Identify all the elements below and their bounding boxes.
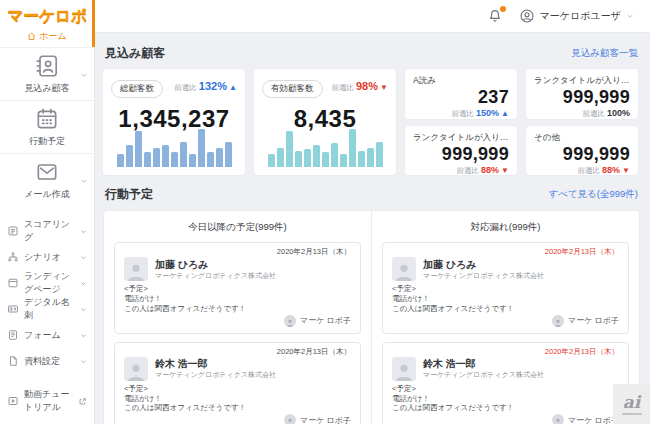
user-avatar-icon: [519, 8, 535, 24]
contact-company: マーケティングロボティクス株式会社: [423, 370, 544, 379]
chart-bar: [225, 142, 232, 167]
metric-title: ランクタイトルが入り…: [413, 132, 509, 144]
app-window: マーケロボ ホーム 見込み顧客: [0, 0, 650, 424]
chart-bar: [295, 151, 302, 167]
chevron-down-icon: [80, 254, 87, 261]
sidebar-item-label: ランディングページ: [24, 270, 75, 296]
business-card-icon: [7, 303, 19, 315]
schedule-card[interactable]: 2020年2月13日（木） 加藤 ひろみ マーケティングロボティクス株式会社 <…: [114, 242, 361, 334]
site-watermark: ai: [613, 384, 650, 424]
assignee: マーケ ロボ子: [392, 315, 619, 327]
card-date: 2020年2月13日（木）: [392, 348, 619, 356]
metric-card-total-customers: 総顧客数 前週比132% ▲ 1,345,237: [103, 69, 245, 175]
trend-down-icon: ▼: [501, 166, 509, 175]
chart-bar: [331, 143, 338, 167]
contact-avatar-icon: [124, 357, 148, 381]
sidebar-footer: 動画チュートリアル: [0, 388, 94, 414]
comparison: 前週比88% ▼: [413, 165, 509, 176]
card-notes: <予定> 電話がけ！ この人は関西オフィスだそうです！: [124, 284, 351, 313]
metric-value: 237: [413, 87, 509, 108]
app-logo[interactable]: マーケロボ: [0, 6, 94, 27]
assignee-name: マーケ ロボ子: [300, 315, 351, 326]
chart-bar: [153, 148, 160, 167]
video-icon: [7, 395, 19, 407]
sidebar-item-digital-card[interactable]: デジタル名刺: [0, 296, 94, 322]
metric-card-a-rank: A読み 237 前週比150% ▲: [405, 69, 517, 119]
chevron-down-icon: [80, 228, 87, 235]
assignee: マーケ ロボ子: [392, 414, 619, 424]
prospects-section-header: 見込み顧客 見込み顧客一覧: [105, 45, 638, 62]
assignee-avatar-icon: [284, 414, 296, 424]
schedule-card[interactable]: 2020年2月13日（木） 加藤 ひろみ マーケティングロボティクス株式会社 <…: [382, 242, 629, 334]
user-menu[interactable]: マーケロボユーザ: [519, 8, 634, 24]
top-header: マーケロボユーザ: [95, 0, 650, 33]
assignee: マーケ ロボ子: [124, 315, 351, 327]
metric-title: ランクタイトルが入り…: [534, 75, 630, 87]
metric-title: その他: [534, 132, 630, 144]
card-date: 2020年2月13日（木）: [124, 248, 351, 256]
sidebar-item-home[interactable]: ホーム: [0, 30, 94, 43]
comparison: 前週比98% ▼: [331, 80, 388, 93]
schedule-column-upcoming: 今日以降の予定(999件) 2020年2月13日（木） 加藤 ひろみ マーケティ…: [104, 211, 371, 424]
sidebar-item-label: シナリオ: [24, 251, 61, 264]
sidebar-item-form[interactable]: フォーム: [0, 322, 94, 348]
chart-bar: [367, 148, 374, 167]
schedule-section-header: 行動予定 すべて見る(全999件): [105, 186, 638, 203]
schedule-panel: 今日以降の予定(999件) 2020年2月13日（木） 加藤 ひろみ マーケティ…: [103, 210, 640, 424]
sidebar-item-video-tutorial[interactable]: 動画チュートリアル: [0, 388, 94, 414]
chart-bar: [198, 129, 205, 167]
watermark-text: ai: [623, 394, 640, 411]
contact-name: 加藤 ひろみ: [155, 259, 276, 271]
chevron-down-icon: [80, 177, 88, 185]
contact-avatar-icon: [392, 257, 416, 281]
sidebar-item-label: メール作成: [24, 188, 69, 201]
prospects-section-title: 見込み顧客: [105, 45, 165, 62]
sidebar-item-scenario[interactable]: シナリオ: [0, 244, 94, 270]
prospects-list-link[interactable]: 見込み顧客一覧: [571, 47, 638, 60]
schedule-card[interactable]: 2020年2月13日（木） 鈴木 浩一郎 マーケティングロボティクス株式会社 <…: [382, 342, 629, 424]
sidebar-item-materials[interactable]: 資料設定: [0, 348, 94, 374]
metric-badge: 総顧客数: [111, 80, 163, 98]
trend-down-icon: ▼: [380, 83, 388, 92]
chevron-down-icon: [80, 280, 87, 287]
notification-bell-icon[interactable]: [487, 8, 503, 24]
chevron-down-icon: [80, 71, 88, 79]
sidebar-item-label: 見込み顧客: [24, 82, 69, 95]
chart-bar: [162, 145, 169, 167]
column-heading: 今日以降の予定(999件): [114, 221, 361, 234]
sidebar-item-label: 動画チュートリアル: [24, 388, 73, 414]
comparison: 前週比88% ▼: [534, 165, 630, 176]
sidebar-item-label: 行動予定: [29, 135, 65, 148]
see-all-link[interactable]: すべて見る(全999件): [548, 188, 638, 201]
sidebar-item-landing-page[interactable]: ランディングページ: [0, 270, 94, 296]
calendar-icon: [34, 106, 60, 132]
sidebar-item-label: ホーム: [39, 30, 66, 43]
sidebar-item-prospects[interactable]: 見込み顧客: [0, 47, 94, 100]
schedule-column-overdue: 対応漏れ(999件) 2020年2月13日（木） 加藤 ひろみ マーケティングロ…: [371, 211, 639, 424]
sidebar-item-schedule[interactable]: 行動予定: [0, 100, 94, 153]
contact-name: 鈴木 浩一郎: [155, 358, 276, 370]
chart-bar: [180, 142, 187, 167]
contact-avatar-icon: [124, 257, 148, 281]
sidebar-item-label: フォーム: [24, 329, 61, 342]
chart-bar: [126, 145, 133, 167]
sidebar-primary-nav: 見込み顧客 行動予定 メール作成: [0, 47, 94, 206]
notification-dot: [500, 6, 506, 12]
logo-block[interactable]: マーケロボ ホーム: [0, 0, 94, 47]
chart-bar: [322, 152, 329, 167]
chart-bar: [216, 148, 223, 167]
contact-name: 鈴木 浩一郎: [423, 358, 544, 370]
small-metrics-column-2: ランクタイトルが入り… 999,999 前週比100% その他 999,999 …: [526, 69, 638, 175]
sidebar-item-scoring[interactable]: スコアリング: [0, 218, 94, 244]
logo-accent-strip: [92, 0, 95, 47]
materials-icon: [7, 355, 19, 367]
schedule-card[interactable]: 2020年2月13日（木） 鈴木 浩一郎 マーケティングロボティクス株式会社 <…: [114, 342, 361, 424]
assignee-avatar-icon: [284, 315, 296, 327]
assignee-name: マーケ ロボ子: [568, 415, 619, 424]
metric-value: 999,999: [534, 144, 630, 165]
sidebar-item-email[interactable]: メール作成: [0, 153, 94, 206]
chart-bar: [286, 131, 293, 167]
card-date: 2020年2月13日（木）: [124, 348, 351, 356]
metric-card-active-customers: 有効顧客数 前週比98% ▼ 8,435: [254, 69, 396, 175]
card-notes: <予定> 電話がけ！ この人は関西オフィスだそうです！: [124, 384, 351, 413]
